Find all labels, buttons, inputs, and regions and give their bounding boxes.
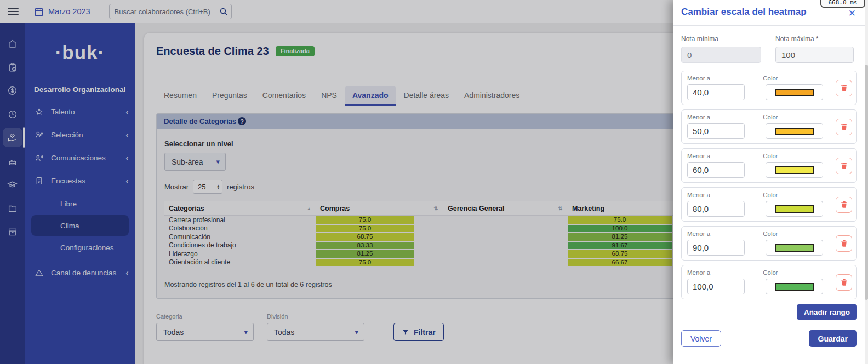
color-swatch: [775, 283, 814, 291]
heatmap-scale-drawer: Cambiar escala del heatmap ✕ Nota mínima…: [673, 0, 868, 364]
range-less-than-label: Menor a: [687, 269, 710, 276]
range-color-label: Color: [763, 230, 778, 237]
delete-range-button[interactable]: [836, 119, 852, 135]
range-less-than-label: Menor a: [687, 75, 710, 82]
range-less-than-label: Menor a: [687, 230, 710, 237]
color-swatch: [775, 205, 814, 213]
range-card: Menor a Color: [681, 71, 857, 105]
range-less-than-label: Menor a: [687, 114, 710, 120]
delete-range-button[interactable]: [836, 235, 852, 252]
range-value-input[interactable]: [687, 123, 745, 139]
range-color-picker[interactable]: [766, 201, 823, 217]
range-color-picker[interactable]: [766, 279, 823, 294]
scrollbar-track[interactable]: [865, 0, 868, 364]
range-card: Menor a Color: [681, 109, 857, 144]
trash-icon: [840, 161, 848, 170]
color-swatch: [775, 89, 814, 96]
range-list: Menor a Color Menor: [681, 71, 857, 299]
delete-range-button[interactable]: [836, 158, 852, 174]
range-value-input[interactable]: [687, 201, 745, 217]
add-range-button[interactable]: Añadir rango: [797, 304, 857, 320]
range-value-input[interactable]: [687, 279, 745, 294]
range-value-input[interactable]: [687, 84, 745, 100]
trash-icon: [840, 278, 848, 286]
range-color-label: Color: [763, 192, 778, 198]
drawer-title: Cambiar escala del heatmap: [681, 7, 807, 18]
color-swatch: [775, 166, 814, 174]
back-button[interactable]: Volver: [681, 330, 721, 347]
range-color-picker[interactable]: [766, 240, 823, 256]
trash-icon: [840, 200, 848, 209]
range-color-picker[interactable]: [766, 84, 823, 100]
range-color-picker[interactable]: [766, 123, 823, 139]
range-card: Menor a Color: [681, 148, 857, 183]
min-score-label: Nota mínima: [681, 35, 761, 43]
range-card: Menor a Color: [681, 226, 857, 261]
range-color-label: Color: [763, 269, 778, 276]
close-icon[interactable]: ✕: [848, 8, 856, 19]
range-card: Menor a Color: [681, 187, 857, 222]
range-less-than-label: Menor a: [687, 153, 710, 159]
trash-icon: [840, 239, 848, 247]
min-score-group: Nota mínima: [681, 35, 761, 63]
range-less-than-label: Menor a: [687, 192, 710, 198]
range-value-input[interactable]: [687, 240, 745, 256]
scrollbar-thumb[interactable]: [865, 65, 868, 300]
app-root: Marzo 2023: [0, 0, 868, 364]
max-score-group: Nota máxima *: [775, 35, 854, 63]
modal-backdrop[interactable]: [0, 0, 673, 364]
minmax-row: Nota mínima Nota máxima *: [681, 35, 857, 63]
range-color-picker[interactable]: [766, 162, 823, 178]
color-swatch: [775, 244, 814, 252]
color-swatch: [775, 128, 814, 135]
delete-range-button[interactable]: [836, 274, 852, 291]
min-score-input[interactable]: [681, 47, 761, 63]
delete-range-button[interactable]: [836, 197, 852, 213]
max-score-label: Nota máxima *: [775, 35, 854, 43]
max-score-input[interactable]: [775, 47, 854, 63]
range-color-label: Color: [763, 75, 778, 82]
delete-range-button[interactable]: [836, 80, 852, 96]
range-color-label: Color: [763, 153, 778, 159]
divider: [673, 25, 868, 26]
range-color-label: Color: [763, 114, 778, 120]
range-value-input[interactable]: [687, 162, 745, 178]
trash-icon: [840, 84, 848, 92]
performance-overlay: 668.0 ms: [820, 0, 865, 8]
trash-icon: [840, 123, 848, 131]
save-button[interactable]: Guardar: [809, 330, 857, 347]
range-card: Menor a Color: [681, 265, 857, 299]
